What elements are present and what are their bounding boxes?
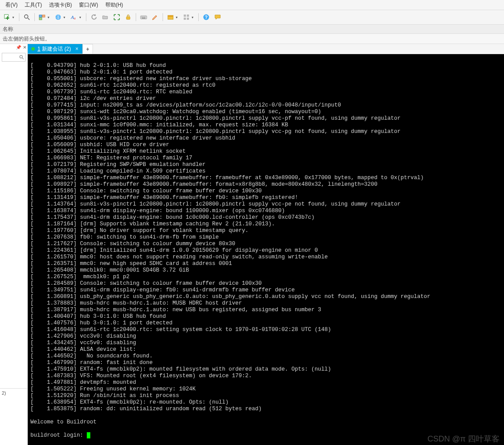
- hint-bar: 击左侧的箭头按钮。: [0, 34, 504, 44]
- dropdown-icon[interactable]: ▾: [63, 15, 67, 19]
- menu-view[interactable]: 看(V): [2, 0, 21, 10]
- column-header-bar: 名称: [0, 25, 504, 34]
- svg-rect-16: [145, 17, 146, 18]
- menu-help[interactable]: 帮助(H): [102, 0, 127, 10]
- watermark: CSDN @π 四叶草客: [427, 436, 500, 442]
- tab-close-icon[interactable]: ×: [74, 46, 78, 52]
- menu-tabs[interactable]: 选项卡(B): [45, 0, 75, 10]
- svg-rect-15: [144, 17, 145, 18]
- session-tab-active[interactable]: 1 新建会话 (2) ×: [28, 44, 82, 54]
- toolbar-separator: [86, 13, 86, 21]
- tabstrip: 1 新建会话 (2) × +: [28, 44, 504, 54]
- dropdown-icon[interactable]: ▾: [79, 15, 83, 19]
- toolbar-separator: [34, 13, 35, 21]
- svg-point-3: [25, 15, 28, 18]
- sidebar-bottom-text: 2): [2, 390, 6, 396]
- box-button[interactable]: [165, 12, 176, 22]
- menubar: 看(V) 工具(T) 选项卡(B) 窗口(W) 帮助(H): [0, 0, 504, 10]
- globe-button[interactable]: [53, 12, 63, 22]
- sidebar: 📌 ✕ 2): [0, 44, 28, 445]
- fullscreen-button[interactable]: [111, 12, 122, 22]
- keyboard-button[interactable]: [138, 12, 149, 22]
- svg-rect-22: [184, 18, 186, 20]
- tab-label: 1 新建会话 (2): [37, 45, 71, 53]
- terminal-output: [ 0.943790] hub 2-0:1.0: USB hub found […: [30, 63, 430, 425]
- menu-window[interactable]: 窗口(W): [75, 0, 101, 10]
- close-icon[interactable]: ✕: [23, 45, 26, 50]
- tab-add-button[interactable]: +: [82, 44, 93, 54]
- svg-text:A: A: [70, 15, 74, 20]
- font-button[interactable]: Aa: [69, 12, 79, 22]
- svg-line-27: [22, 58, 24, 59]
- login-prompt: buildroot login:: [30, 432, 87, 438]
- search-icon: [19, 55, 24, 60]
- svg-rect-2: [6, 18, 9, 18]
- lock-button[interactable]: [123, 12, 133, 22]
- refresh-button[interactable]: [89, 12, 99, 22]
- sessions-button[interactable]: [37, 12, 48, 22]
- folder-button[interactable]: [100, 12, 111, 22]
- toolbar-separator: [198, 13, 199, 21]
- svg-rect-5: [39, 15, 42, 17]
- toolbar-separator: [136, 13, 136, 21]
- svg-rect-20: [184, 15, 186, 17]
- help-button[interactable]: ?: [201, 12, 211, 22]
- sidebar-bottom: 2): [0, 388, 27, 445]
- name-column-label: 名称: [3, 26, 13, 33]
- new-session-button[interactable]: [2, 12, 12, 22]
- svg-rect-19: [168, 15, 173, 17]
- svg-rect-17: [142, 18, 145, 19]
- svg-rect-14: [143, 17, 144, 18]
- cursor-icon: [87, 432, 90, 438]
- sidebar-search[interactable]: [2, 53, 26, 62]
- app-window: 看(V) 工具(T) 选项卡(B) 窗口(W) 帮助(H) ▾ ▾ ▾ Aa ▾: [0, 0, 504, 445]
- svg-text:?: ?: [205, 15, 208, 20]
- toolbar-separator: [163, 13, 163, 21]
- dropdown-icon[interactable]: ▾: [48, 15, 51, 19]
- dropdown-icon[interactable]: ▾: [12, 15, 16, 19]
- main-split: 📌 ✕ 2) 1 新建会话 (2) × + [ 0.943: [0, 44, 504, 445]
- status-dot-icon: [31, 47, 35, 51]
- dropdown-icon[interactable]: ▾: [192, 15, 195, 19]
- svg-rect-11: [126, 17, 130, 19]
- terminal[interactable]: [ 0.943790] hub 2-0:1.0: USB hub found […: [28, 54, 504, 445]
- toolbar-separator: [19, 13, 19, 21]
- svg-rect-6: [42, 15, 45, 17]
- svg-rect-13: [141, 17, 142, 18]
- svg-rect-7: [39, 18, 42, 20]
- svg-text:a: a: [74, 16, 76, 20]
- grid-button[interactable]: [181, 12, 192, 22]
- search-button[interactable]: [22, 12, 32, 22]
- edit-button[interactable]: [150, 12, 160, 22]
- chat-button[interactable]: [212, 12, 223, 22]
- toolbar: ▾ ▾ ▾ Aa ▾: [0, 10, 504, 25]
- pin-icon[interactable]: 📌: [16, 45, 21, 50]
- svg-point-26: [20, 55, 22, 58]
- sidebar-top: 📌 ✕: [0, 44, 27, 388]
- hint-text: 击左侧的箭头按钮。: [3, 35, 50, 43]
- content-area: 1 新建会话 (2) × + [ 0.943790] hub 2-0:1.0: …: [28, 44, 504, 445]
- svg-rect-21: [187, 15, 189, 17]
- svg-rect-23: [187, 18, 189, 20]
- dropdown-icon[interactable]: ▾: [176, 15, 179, 19]
- svg-line-4: [28, 18, 30, 20]
- menu-tools[interactable]: 工具(T): [21, 0, 45, 10]
